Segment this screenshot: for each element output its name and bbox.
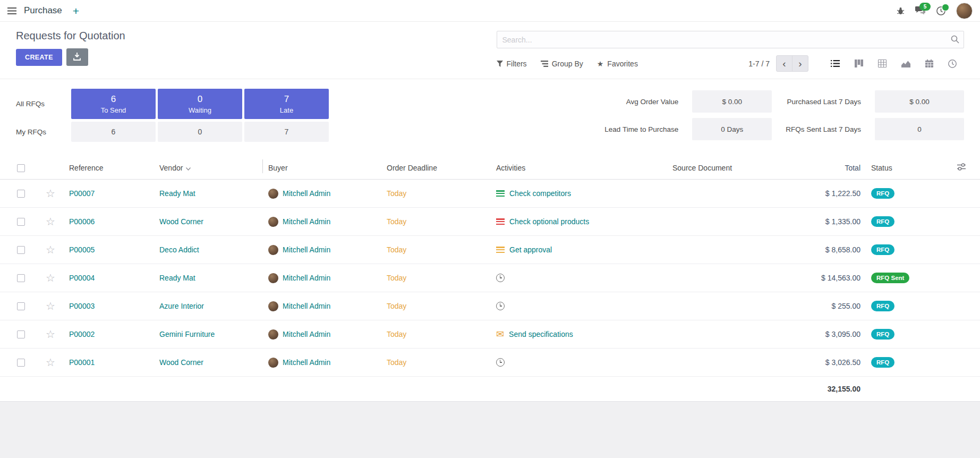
vendor-link[interactable]: Deco Addict	[159, 245, 199, 254]
table-row[interactable]: ☆ P00006 Wood Corner Mitchell Admin Toda…	[0, 208, 980, 236]
activity-icon[interactable]	[496, 358, 505, 367]
buyer-link[interactable]: Mitchell Admin	[283, 358, 330, 367]
table-row[interactable]: ☆ P00002 Gemini Furniture Mitchell Admin…	[0, 320, 980, 349]
activity-icon[interactable]	[496, 218, 505, 225]
my-waiting-value[interactable]: 0	[158, 122, 242, 142]
apps-menu-icon[interactable]	[7, 7, 16, 14]
buyer-link[interactable]: Mitchell Admin	[283, 274, 330, 282]
row-checkbox[interactable]	[17, 218, 25, 226]
buyer-link[interactable]: Mitchell Admin	[283, 217, 330, 226]
favorite-star-icon[interactable]: ☆	[46, 328, 55, 340]
pivot-view-icon[interactable]	[871, 56, 894, 71]
app-name[interactable]: Purchase	[24, 5, 62, 16]
vendor-link[interactable]: Ready Mat	[159, 274, 195, 282]
table-row[interactable]: ☆ P00005 Deco Addict Mitchell Admin Toda…	[0, 236, 980, 264]
reference-link[interactable]: P00004	[69, 274, 95, 282]
header-activities[interactable]: Activities	[491, 154, 667, 180]
avg-order-value: $ 0.00	[692, 90, 772, 113]
vendor-link[interactable]: Azure Interior	[159, 302, 204, 310]
order-deadline: Today	[387, 330, 406, 338]
activity-view-icon[interactable]	[941, 56, 964, 71]
reference-link[interactable]: P00006	[69, 217, 95, 226]
table-row[interactable]: ☆ P00004 Ready Mat Mitchell Admin Today …	[0, 264, 980, 292]
header-source-document[interactable]: Source Document	[667, 154, 760, 180]
header-status[interactable]: Status	[866, 154, 943, 180]
select-all-checkbox[interactable]	[17, 164, 25, 172]
to-send-card[interactable]: 6 To Send	[71, 89, 156, 119]
reference-link[interactable]: P00001	[69, 358, 95, 367]
order-deadline: Today	[387, 189, 406, 198]
favorite-star-icon[interactable]: ☆	[46, 216, 55, 227]
reference-link[interactable]: P00003	[69, 302, 95, 310]
favorites-button[interactable]: ★ Favorites	[597, 60, 638, 68]
waiting-card[interactable]: 0 Waiting	[158, 89, 242, 119]
activity-icon[interactable]: ✉	[496, 331, 504, 338]
row-checkbox[interactable]	[17, 330, 25, 338]
row-checkbox[interactable]	[17, 246, 25, 254]
late-card[interactable]: 7 Late	[244, 89, 329, 119]
footer-total: 32,155.00	[760, 377, 866, 402]
activity-label[interactable]: Send specifications	[509, 330, 573, 338]
buyer-link[interactable]: Mitchell Admin	[283, 189, 330, 198]
activity-icon[interactable]	[496, 247, 505, 253]
header-order-deadline[interactable]: Order Deadline	[381, 154, 491, 180]
sort-chevron-icon	[186, 164, 191, 172]
activity-label[interactable]: Check competitors	[509, 189, 571, 198]
reference-link[interactable]: P00002	[69, 330, 95, 338]
export-button[interactable]	[66, 48, 88, 66]
graph-view-icon[interactable]	[894, 57, 918, 71]
favorite-star-icon[interactable]: ☆	[46, 357, 55, 368]
activities-count-badge	[942, 4, 949, 11]
my-late-value[interactable]: 7	[244, 122, 329, 142]
activity-label[interactable]: Check optional products	[509, 217, 589, 226]
search-icon[interactable]	[951, 35, 959, 45]
reference-link[interactable]: P00005	[69, 245, 95, 254]
activities-clock-icon[interactable]	[936, 6, 945, 15]
new-window-button[interactable]: +	[73, 5, 79, 16]
table-row[interactable]: ☆ P00003 Azure Interior Mitchell Admin T…	[0, 292, 980, 320]
create-button[interactable]: CREATE	[16, 49, 62, 66]
avg-order-value-label: Avg Order Value	[604, 98, 678, 106]
user-avatar[interactable]	[956, 3, 973, 19]
activity-icon[interactable]	[496, 302, 505, 310]
total-amount: $ 3,095.00	[825, 330, 860, 338]
vendor-link[interactable]: Wood Corner	[159, 358, 203, 367]
header-reference[interactable]: Reference	[64, 154, 154, 180]
favorite-star-icon[interactable]: ☆	[46, 272, 55, 284]
table-row[interactable]: ☆ P00007 Ready Mat Mitchell Admin Today …	[0, 180, 980, 208]
optional-columns-icon[interactable]	[957, 163, 966, 171]
vendor-link[interactable]: Ready Mat	[159, 189, 195, 198]
buyer-link[interactable]: Mitchell Admin	[283, 245, 330, 254]
my-to-send-value[interactable]: 6	[71, 122, 156, 142]
vendor-link[interactable]: Gemini Furniture	[159, 330, 215, 338]
row-checkbox[interactable]	[17, 302, 25, 310]
activity-icon[interactable]	[496, 190, 505, 197]
buyer-link[interactable]: Mitchell Admin	[283, 302, 330, 310]
vendor-link[interactable]: Wood Corner	[159, 217, 203, 226]
bug-icon[interactable]	[897, 7, 905, 15]
favorite-star-icon[interactable]: ☆	[46, 188, 55, 199]
header-buyer[interactable]: Buyer	[263, 154, 381, 180]
kanban-view-icon[interactable]	[847, 56, 871, 71]
header-vendor[interactable]: Vendor	[154, 154, 263, 180]
buyer-link[interactable]: Mitchell Admin	[283, 330, 330, 338]
favorite-star-icon[interactable]: ☆	[46, 244, 55, 256]
messages-icon[interactable]: 5	[915, 6, 926, 15]
activity-icon[interactable]	[496, 274, 505, 282]
calendar-view-icon[interactable]	[918, 56, 941, 71]
search-input[interactable]	[497, 31, 965, 48]
list-view-icon[interactable]	[823, 56, 847, 71]
header-total[interactable]: Total	[760, 154, 866, 180]
reference-link[interactable]: P00007	[69, 189, 95, 198]
pager-previous-button[interactable]: ‹	[776, 55, 792, 72]
favorite-star-icon[interactable]: ☆	[46, 300, 55, 312]
row-checkbox[interactable]	[17, 274, 25, 282]
activity-label[interactable]: Get approval	[509, 245, 552, 254]
table-row[interactable]: ☆ P00001 Wood Corner Mitchell Admin Toda…	[0, 349, 980, 377]
row-checkbox[interactable]	[17, 359, 25, 367]
filters-button[interactable]: Filters	[497, 60, 527, 68]
pager-next-button[interactable]: ›	[792, 55, 808, 72]
group-by-button[interactable]: Group By	[541, 60, 583, 68]
order-deadline: Today	[387, 302, 406, 310]
row-checkbox[interactable]	[17, 190, 25, 198]
